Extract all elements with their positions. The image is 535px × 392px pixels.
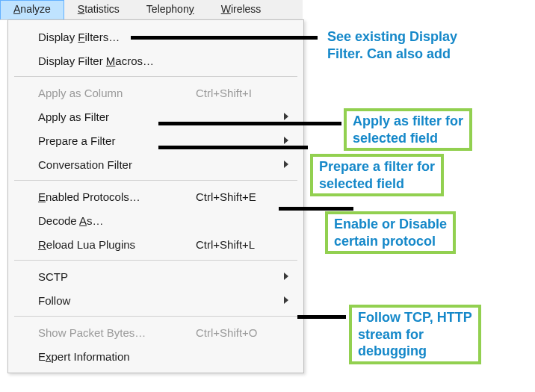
- menu-separator: [14, 180, 297, 181]
- menubar: Analyze Statistics Telephony Wireless: [0, 0, 303, 20]
- callout-apply-as-filter: Apply as filter for selected field: [344, 108, 472, 151]
- menubar-item-statistics[interactable]: Statistics: [64, 0, 133, 19]
- annotation-line: [158, 122, 341, 125]
- callout-enabled-protocols: Enable or Disable certain protocol: [325, 211, 456, 254]
- submenu-arrow-icon: [284, 161, 288, 168]
- annotation-line: [158, 146, 308, 149]
- callout-display-filters: See existing Display Filter. Can also ad…: [327, 28, 457, 62]
- menu-label: Prepare a Filter: [38, 134, 187, 147]
- menu-shortcut: Ctrl+Shift+I: [196, 87, 293, 99]
- submenu-arrow-icon: [284, 273, 288, 280]
- menu-label: Decode As…: [38, 214, 196, 227]
- menubar-item-telephony[interactable]: Telephony: [133, 0, 208, 19]
- menu-shortcut: Ctrl+Shift+O: [196, 326, 293, 339]
- menu-reload-lua-plugins[interactable]: Reload Lua Plugins Ctrl+Shift+L: [8, 232, 303, 256]
- callout-prepare-a-filter: Prepare a filter for selected field: [310, 154, 444, 196]
- annotation-line: [131, 36, 318, 40]
- annotation-line: [279, 207, 353, 211]
- menu-label: SCTP: [38, 270, 187, 283]
- menu-enabled-protocols[interactable]: Enabled Protocols… Ctrl+Shift+E: [8, 184, 303, 208]
- menu-label: Apply as Column: [38, 87, 196, 99]
- analyze-dropdown: Display Filters… Display Filter Macros… …: [7, 19, 304, 373]
- menu-separator: [14, 316, 297, 317]
- menu-label: Apply as Filter: [38, 111, 187, 123]
- menu-shortcut: Ctrl+Shift+E: [196, 190, 293, 203]
- menu-follow[interactable]: Follow: [8, 288, 303, 312]
- menu-label: Conversation Filter: [38, 158, 187, 171]
- menu-show-packet-bytes: Show Packet Bytes… Ctrl+Shift+O: [8, 320, 303, 344]
- menu-decode-as[interactable]: Decode As…: [8, 208, 303, 232]
- menu-label: Display Filter Macros…: [38, 55, 196, 67]
- submenu-arrow-icon: [284, 137, 288, 144]
- callout-follow: Follow TCP, HTTP stream for debugging: [349, 305, 481, 364]
- menu-sctp[interactable]: SCTP: [8, 264, 303, 288]
- annotation-line: [297, 315, 346, 319]
- menu-conversation-filter[interactable]: Conversation Filter: [8, 152, 303, 176]
- menu-shortcut: Ctrl+Shift+L: [196, 238, 293, 251]
- menubar-item-analyze[interactable]: Analyze: [0, 0, 64, 19]
- menu-display-filter-macros[interactable]: Display Filter Macros…: [8, 49, 303, 72]
- menu-label: Expert Information: [38, 350, 196, 363]
- menu-label: Enabled Protocols…: [38, 190, 196, 203]
- menu-label: Reload Lua Plugins: [38, 238, 196, 251]
- menu-label: Follow: [38, 294, 187, 307]
- menu-label: Show Packet Bytes…: [38, 326, 196, 339]
- submenu-arrow-icon: [284, 113, 288, 120]
- menubar-item-wireless[interactable]: Wireless: [208, 0, 275, 19]
- menu-apply-as-column: Apply as Column Ctrl+Shift+I: [8, 81, 303, 105]
- menu-expert-information[interactable]: Expert Information: [8, 344, 303, 368]
- menu-separator: [14, 260, 297, 261]
- submenu-arrow-icon: [284, 296, 288, 304]
- menu-separator: [14, 76, 297, 77]
